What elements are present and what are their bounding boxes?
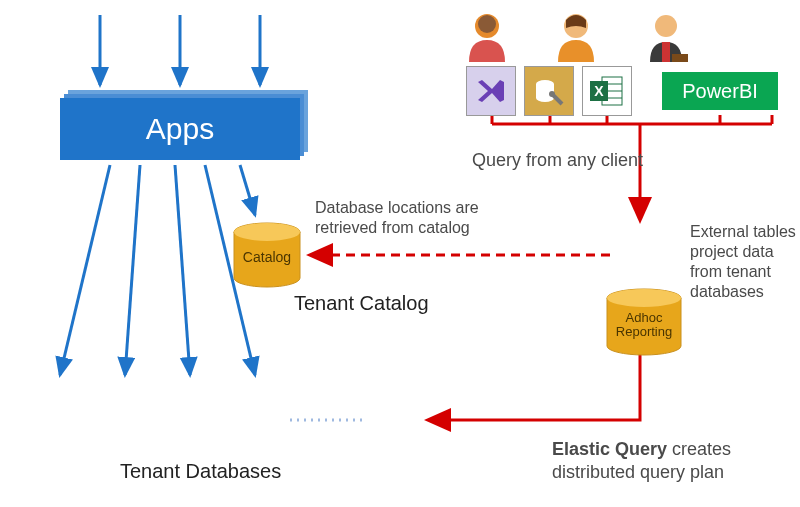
user-icon: [552, 10, 600, 62]
caption-tenant-catalog: Tenant Catalog: [294, 292, 429, 315]
architecture-diagram: Apps Catalog Adhoc Reporting Tenant1 Ten…: [0, 0, 800, 507]
user-icon: [463, 10, 511, 62]
svg-point-34: [655, 15, 677, 37]
svg-point-38: [549, 91, 555, 97]
svg-line-3: [240, 165, 255, 215]
caption-tenant-databases: Tenant Databases: [120, 460, 281, 483]
visual-studio-icon: [466, 66, 516, 116]
svg-line-4: [60, 165, 110, 375]
svg-text:X: X: [594, 83, 604, 99]
svg-rect-35: [662, 42, 670, 62]
adhoc-label: Adhoc Reporting: [616, 305, 672, 340]
powerbi-tile: PowerBI: [662, 72, 778, 110]
business-user-icon: [642, 10, 690, 62]
excel-icon: X: [582, 66, 632, 116]
caption-db-locations: Database locations are retrieved from ca…: [315, 198, 510, 238]
caption-elastic-query: Elastic Query creates distributed query …: [552, 438, 782, 483]
caption-external-tables: External tables project data from tenant…: [690, 222, 798, 302]
powerbi-label: PowerBI: [682, 80, 758, 103]
svg-line-6: [175, 165, 190, 375]
apps-box: Apps: [60, 98, 300, 160]
svg-line-5: [125, 165, 140, 375]
svg-point-18: [234, 223, 300, 241]
elastic-bold: Elastic Query: [552, 439, 667, 459]
catalog-label: Catalog: [243, 244, 291, 265]
svg-rect-36: [672, 54, 688, 62]
adhoc-db: Adhoc Reporting: [605, 288, 683, 356]
svg-point-32: [478, 15, 496, 33]
db-tool-icon: [524, 66, 574, 116]
caption-query-client: Query from any client: [472, 150, 643, 171]
catalog-db: Catalog: [232, 222, 302, 288]
apps-label: Apps: [146, 112, 214, 146]
